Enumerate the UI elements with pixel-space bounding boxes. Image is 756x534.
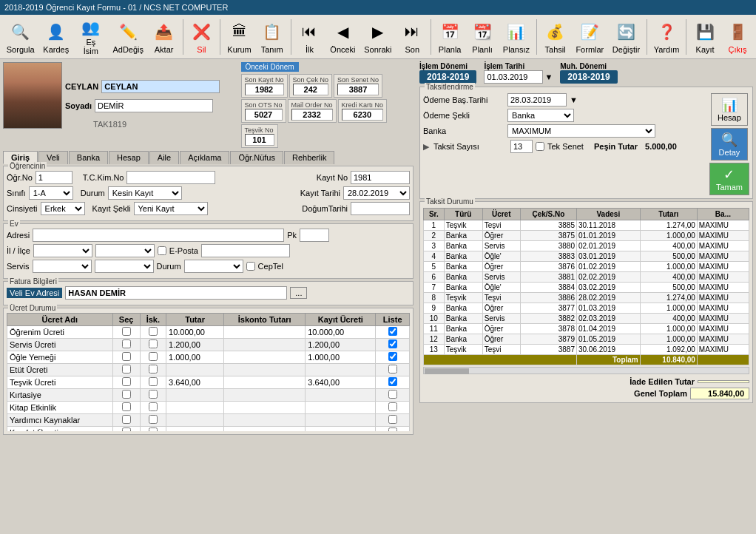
son-button[interactable]: ⏭ Son (396, 18, 428, 56)
e-posta-input[interactable] (201, 244, 290, 257)
fee-isk (140, 389, 166, 402)
cinsiyeti-select[interactable]: Erkek (41, 202, 85, 215)
tab-ogr-nufus[interactable]: Öğr.Nüfus (230, 151, 283, 164)
kurum-button[interactable]: 🏛 Kurum (223, 18, 254, 56)
taksit-cek-no: 3877 (520, 303, 576, 314)
cep-tel-checkbox[interactable] (246, 262, 255, 271)
fee-sec (112, 376, 140, 389)
taksit-sayisi-input[interactable] (510, 140, 533, 153)
durum-servis-select[interactable] (184, 260, 243, 273)
dogum-tarihi-input[interactable] (351, 202, 410, 215)
fatura-adres-input[interactable] (65, 286, 287, 300)
cikis-button[interactable]: 🚪 Çıkış (722, 18, 753, 56)
tab-aciklama[interactable]: Açıklama (180, 151, 229, 164)
taksit-sr: 6 (424, 272, 445, 283)
tab-rehberlik[interactable]: Rehberlik (284, 151, 334, 164)
onceki-donem-button[interactable]: Önceki Dönem (241, 62, 299, 72)
fee-isk-tutar (224, 414, 306, 427)
detay-button[interactable]: 🔍 Detay (711, 128, 748, 160)
fee-sec (112, 339, 140, 351)
e-posta-checkbox[interactable] (158, 246, 166, 255)
plansiz-button[interactable]: 📊 Plansız (499, 18, 533, 56)
kayit-sekli-select[interactable]: Yeni Kayıt (134, 202, 208, 215)
planli-button[interactable]: 📆 Planlı (467, 18, 498, 56)
es-isim-button[interactable]: 👥 Eş İsim (74, 18, 108, 56)
taksit-vadesi: 02.01.2019 (576, 241, 640, 251)
pk-input[interactable] (300, 229, 329, 242)
fee-kayit-ucret (306, 414, 376, 427)
taksit-turu: Teşvik (444, 220, 482, 231)
onceki-button[interactable]: ◀ Önceki (326, 18, 359, 56)
durum-select[interactable]: Kesin Kayıt (108, 186, 182, 200)
fee-kayit-ucret: 1.200,00 (306, 339, 376, 351)
adi-input[interactable] (101, 80, 220, 93)
kayit-no-input[interactable] (351, 171, 410, 184)
degistir-button[interactable]: 🔄 Değiştir (609, 18, 644, 56)
odeme-bas-tarihi-dropdown[interactable]: ▼ (570, 95, 578, 104)
fee-isk-tutar (224, 427, 306, 432)
sonraki-button[interactable]: ▶ Sonraki (360, 18, 395, 56)
fee-isk (140, 427, 166, 432)
hesap-button[interactable]: 📊 Hesap (711, 93, 748, 126)
taksit-expand-icon[interactable]: ▶ (423, 142, 429, 152)
cikis-icon: 🚪 (726, 20, 749, 44)
soyadi-input[interactable] (95, 99, 213, 112)
taksit-cek-no: 3879 (520, 334, 576, 345)
tab-banka[interactable]: Banka (69, 151, 108, 164)
banka-select[interactable]: MAXIMUM (507, 124, 655, 138)
son-icon: ⏭ (400, 20, 424, 44)
sinifi-select[interactable]: 1-A (29, 186, 73, 200)
sil-button[interactable]: ❌ Sil (186, 18, 217, 56)
tc-kim-no-input[interactable] (126, 171, 215, 184)
fatura-adres-btn[interactable]: ... (290, 287, 307, 299)
servis2-select[interactable] (95, 260, 154, 273)
sep3 (291, 19, 291, 55)
aktar-button[interactable]: 📤 Aktar (149, 18, 180, 56)
scrollbar-thumb[interactable] (425, 368, 469, 374)
son-ots-no-box: Son OTS No 5027 (241, 99, 286, 123)
yardim-button[interactable]: ❓ Yardım (650, 18, 683, 56)
sorgula-icon: 🔍 (9, 20, 33, 44)
fatura-row: Veli Ev Adresi ... (7, 286, 410, 300)
tab-hesap[interactable]: Hesap (109, 151, 149, 164)
adres-input[interactable] (33, 229, 284, 242)
islem-tarihi-input[interactable] (484, 70, 543, 84)
odeme-sekli-select[interactable]: Banka (507, 109, 574, 122)
taksit-cek-no: 3880 (520, 241, 576, 251)
islem-donemi-box: İşlem Dönemi 2018-2019 (419, 62, 476, 84)
ogr-no-input[interactable] (36, 171, 72, 184)
fee-ad: Etüt Ücreti (7, 364, 113, 376)
th-ucret: Ücret (482, 209, 520, 220)
pesin-tutar-value: 5.000,00 (645, 142, 677, 151)
tanim-button[interactable]: 📋 Tanım (257, 18, 288, 56)
taksit-tutari: 400,00 (640, 241, 697, 251)
formlar-button[interactable]: 📝 Formlar (573, 18, 607, 56)
horizontal-scrollbar[interactable] (423, 367, 749, 374)
sorgula-button[interactable]: 🔍 Sorgula (3, 18, 38, 56)
ilk-button[interactable]: ⏮ İlk (294, 18, 325, 56)
tab-aile[interactable]: Aile (149, 151, 179, 164)
genel-toplam-row: Genel Toplam 15.840,00 (423, 388, 749, 399)
planla-button[interactable]: 📅 Planla (434, 18, 465, 56)
ad-degis-button[interactable]: ✏️ AdDeğiş (109, 18, 147, 56)
taksit-row: 9 Banka Öğrer 3877 01.03.2019 1.000,00 M… (424, 303, 749, 314)
tahsil-button[interactable]: 💰 Tahsil (540, 18, 571, 56)
kayit-tarihi-select[interactable]: 28.02.2019 (343, 186, 410, 200)
islem-tarihi-dropdown-icon[interactable]: ▼ (544, 72, 553, 81)
taksit-vadesi: 01.02.2019 (576, 262, 640, 272)
ucret-durumu-title: Ücret Durumu (8, 304, 57, 312)
odeme-bas-tarihi-label: Ödeme Baş.Tarihi (423, 95, 504, 104)
servis-select[interactable] (33, 260, 92, 273)
il-select[interactable] (33, 244, 92, 257)
taksit-cek-no: 3881 (520, 272, 576, 283)
student-photo (3, 62, 62, 129)
tek-senet-checkbox[interactable] (536, 142, 544, 151)
kayit-button[interactable]: 💾 Kayıt (689, 18, 720, 56)
th-vadesi: Vadesi (576, 209, 640, 220)
odeme-bas-tarihi-input[interactable] (507, 93, 567, 107)
tamam-button[interactable]: ✓ Tamam (709, 163, 749, 195)
ilce-select[interactable] (95, 244, 155, 257)
taksit-sr: 5 (424, 262, 445, 272)
kardes-button[interactable]: 👤 Kardeş (39, 18, 72, 56)
ogrencinin-section: Öğrencinin Öğr.No T.C.Kim.No Kayıt No Sı… (3, 166, 414, 221)
